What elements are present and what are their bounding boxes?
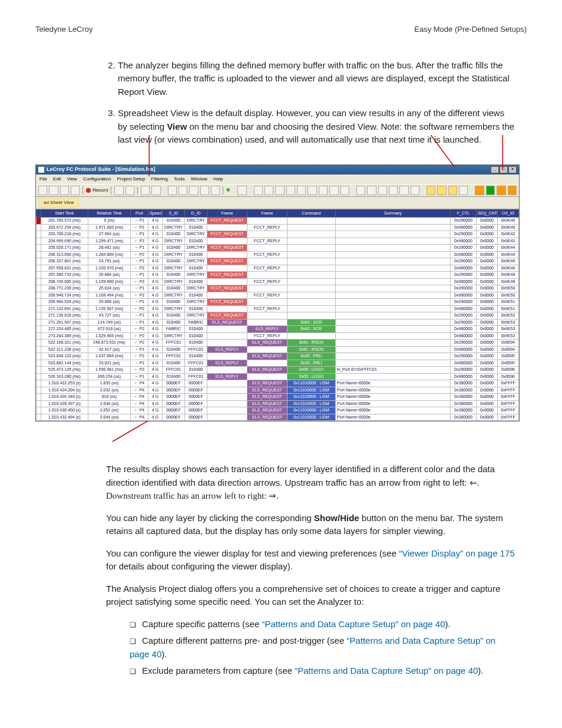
- toolbar-histogram-icon[interactable]: [297, 186, 306, 195]
- table-row[interactable]: 271.136.818 (ms)43.727 (us)→ P14 G010400…: [37, 312, 519, 319]
- col-header[interactable]: OX_ID: [498, 209, 519, 218]
- table-row[interactable]: 1.010.430.450 (s)2.052 (us)← P44 G0000EF…: [37, 407, 519, 414]
- col-header[interactable]: Speed: [148, 209, 163, 218]
- table-row[interactable]: 208.771.230 (ms)25.624 (us)→ P14 G010400…: [37, 285, 519, 292]
- table-row[interactable]: 1.010.424.204 (s)2.032 (us)← P44 G0000EF…: [37, 387, 519, 394]
- table-row[interactable]: 523.882.144 (ms)33.021 (us)→ P14 G010400…: [37, 360, 519, 367]
- close-button[interactable]: ×: [508, 166, 517, 173]
- minimize-button[interactable]: _: [491, 166, 499, 173]
- col-header[interactable]: Command: [287, 209, 336, 218]
- toolbar-funnel2-icon[interactable]: [189, 186, 198, 195]
- toolbar-yellow1-icon[interactable]: [427, 186, 435, 195]
- menu-help[interactable]: Help: [213, 176, 223, 183]
- toolbar-gear-icon[interactable]: [411, 186, 419, 195]
- table-row[interactable]: 203.672.254 (ms)1.971.683 (ms)← P24 GDIR…: [37, 224, 519, 231]
- maximize-button[interactable]: □: [500, 166, 508, 173]
- table-row[interactable]: 523.848.122 (ms)1.637.084 (ms)← P24 GFFF…: [37, 353, 519, 360]
- menu-configuration[interactable]: Configuration: [83, 176, 111, 183]
- col-header[interactable]: Relative Time: [88, 209, 131, 218]
- toolbar-zoom2-icon[interactable]: [378, 186, 387, 195]
- toolbar-funnel1-icon[interactable]: [178, 186, 187, 195]
- menu-file[interactable]: File: [39, 176, 47, 183]
- col-header[interactable]: Port: [131, 209, 148, 218]
- table-row[interactable]: 272.234.485 (ms)972.918 (us)← P24 GFABRI…: [37, 326, 519, 333]
- table-row[interactable]: 205.028.171 (ms)28.481 (us)→ P14 G010400…: [37, 245, 519, 252]
- toolbar-zoom-icon[interactable]: [367, 186, 376, 195]
- menu-edit[interactable]: Edit: [53, 176, 61, 183]
- viewer-display-link[interactable]: “Viewer Display” on page 175: [399, 548, 515, 558]
- col-header[interactable]: Frame: [247, 209, 287, 218]
- toolbar-yellow3-icon[interactable]: [448, 186, 457, 195]
- toolbar-square-icon[interactable]: [356, 186, 365, 195]
- toolbar-pause-icon[interactable]: [114, 186, 123, 195]
- toolbar-layers-icon[interactable]: [329, 186, 338, 195]
- col-header[interactable]: [37, 209, 41, 218]
- patterns-link-3[interactable]: “Patterns and Data Capture Setup” on pag…: [295, 666, 478, 676]
- toolbar-text-view-icon[interactable]: [275, 186, 284, 195]
- col-header[interactable]: D_ID: [185, 209, 207, 218]
- toolbar-yellow2-icon[interactable]: [437, 186, 446, 195]
- toolbar-stop-icon[interactable]: [125, 186, 134, 195]
- table-row[interactable]: 1.010.428.397 (s)2.048 (us)← P44 G0000EF…: [37, 400, 519, 407]
- table-row[interactable]: 201.700.572 (ms)0 (ns)→ P14 G010400DIRCT…: [37, 218, 519, 225]
- menu-tools[interactable]: Tools: [174, 176, 185, 183]
- table-row[interactable]: 1.010.432.494 (s)2.044 (us)← P44 G0000EF…: [37, 414, 519, 421]
- menu-view[interactable]: View: [67, 176, 77, 183]
- toolbar-chart-icon[interactable]: [308, 186, 316, 195]
- table-row[interactable]: 203.700.218 (ms)27.964 (us)→ P14 G010400…: [37, 231, 519, 238]
- menu-filtering[interactable]: Filtering: [151, 176, 168, 183]
- toolbar-find-icon[interactable]: [168, 186, 177, 195]
- record-button[interactable]: Record: [86, 187, 108, 194]
- toolbar-new-icon[interactable]: [38, 186, 47, 195]
- toolbar-cross-icon[interactable]: [389, 186, 398, 195]
- toolbar-orange3-icon[interactable]: [497, 186, 505, 195]
- table-row[interactable]: 271.122.091 (ms)1.155.567 (ms)← P24 GDIR…: [37, 305, 519, 312]
- table-row[interactable]: 522.211.238 (ms)42.917 (us)→ P14 G010400…: [37, 346, 519, 353]
- toolbar-column-view-icon[interactable]: [286, 186, 295, 195]
- col-header[interactable]: Start Time: [41, 209, 88, 218]
- toolbar-save-icon[interactable]: [60, 186, 69, 195]
- table-row[interactable]: 525.473.125 (ms)1.590.981 (ms)← P24 GFFF…: [37, 367, 519, 374]
- toolbar-clock-icon[interactable]: [151, 186, 160, 195]
- titlebar: LeCroy FC Protocol Suite - [Simulation.f…: [36, 165, 519, 174]
- col-header[interactable]: Frame: [207, 209, 247, 218]
- toolbar-orange4-icon[interactable]: [508, 186, 517, 195]
- table-row[interactable]: 209.966.524 (ms)25.800 (us)→ P14 G010400…: [37, 299, 519, 306]
- col-header[interactable]: F_CTL: [451, 209, 477, 218]
- table-row[interactable]: 204.999.690 (ms)1.299.471 (ms)← P24 GDIR…: [37, 238, 519, 245]
- toolbar-copy-icon[interactable]: [399, 186, 408, 195]
- table-row[interactable]: 209.940.724 (ms)1.169.494 (ms)← P24 GDIR…: [37, 292, 519, 299]
- col-header[interactable]: S_ID: [163, 209, 185, 218]
- table-row[interactable]: 522.168.321 (ms)248.873.931 (ms)← P24 GF…: [37, 340, 519, 347]
- col-header[interactable]: SEQ_CNT: [477, 209, 498, 218]
- toolbar-orange1-icon[interactable]: [475, 186, 484, 195]
- table-row[interactable]: 207.558.831 (ms)1.220.970 (ms)← P24 GDIR…: [37, 265, 519, 272]
- menu-window[interactable]: Window: [191, 176, 207, 183]
- toolbar-open-icon[interactable]: [49, 186, 58, 195]
- toolbar-mode-icon[interactable]: [237, 186, 246, 195]
- toolbar-spreadsheet-view-icon[interactable]: [254, 186, 263, 195]
- toolbar-tree-icon[interactable]: [340, 186, 349, 195]
- col-header[interactable]: Summary: [336, 209, 451, 218]
- toolbar-print-icon[interactable]: [71, 186, 80, 195]
- toolbar-frame-view-icon[interactable]: [265, 186, 273, 195]
- toolbar-x-icon[interactable]: [200, 186, 209, 195]
- table-row[interactable]: 526.163.280 (ms)690.154 (us)→ P14 G01040…: [37, 373, 519, 380]
- spreadsheet-tab[interactable]: ad Sheet View: [38, 198, 79, 207]
- table-row[interactable]: 1.010.422.253 (s)1.835 (us)← P44 G0000EF…: [37, 380, 519, 387]
- table-row[interactable]: 1.010.426.348 (s)810 (ns)← P44 G0000EF00…: [37, 394, 519, 401]
- patterns-link-1[interactable]: “Patterns and Data Capture Setup” on pag…: [262, 619, 445, 629]
- toolbar-circle-icon[interactable]: [459, 186, 468, 195]
- table-row[interactable]: 271.261.567 (ms)124.749 (us)→ P14 G01040…: [37, 319, 519, 326]
- toolbar-orange2-icon[interactable]: [486, 186, 495, 195]
- table-row[interactable]: 273.284.389 (ms)1.029.904 (ms)← P24 GDIR…: [37, 332, 519, 340]
- table-row[interactable]: 206.337.861 (ms)24.791 (us)→ P14 G010400…: [37, 258, 519, 265]
- table-row[interactable]: 208.745.605 (ms)1.159.890 (ms)← P24 GDIR…: [37, 278, 519, 285]
- menu-project-setup[interactable]: Project Setup: [117, 176, 145, 183]
- results-grid[interactable]: Start TimeRelative TimePortSpeedS_IDD_ID…: [36, 209, 519, 421]
- table-row[interactable]: 207.585.715 (ms)26.884 (us)→ P14 G010400…: [37, 272, 519, 279]
- table-row[interactable]: 206.313.060 (ms)1.284.889 (ms)← P24 GDIR…: [37, 251, 519, 258]
- toolbar-data-view-icon[interactable]: [319, 186, 328, 195]
- toolbar-goto-icon[interactable]: [211, 186, 220, 195]
- toolbar-filter-down-icon[interactable]: [141, 186, 150, 195]
